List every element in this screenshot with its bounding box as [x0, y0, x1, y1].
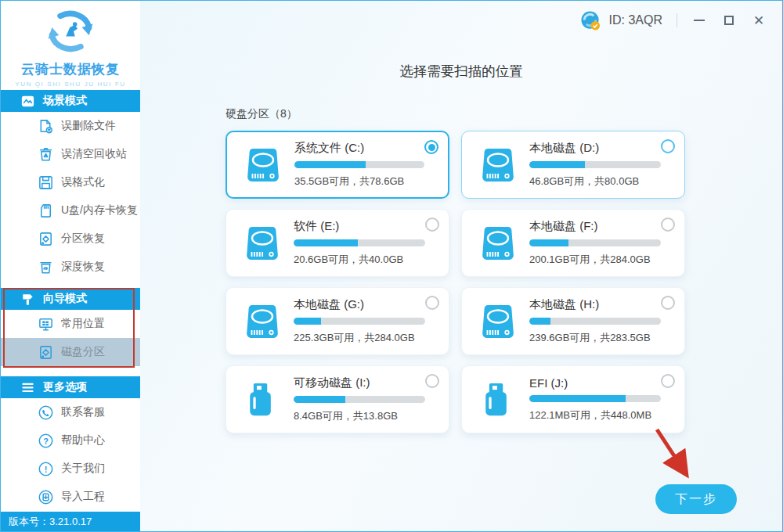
disk-usage-fill: [529, 395, 626, 402]
monitor-icon: [37, 315, 54, 332]
sidebar-item-label: 导入工程: [61, 490, 105, 504]
disk-radio-g[interactable]: [425, 296, 439, 310]
disk-card-g[interactable]: 本地磁盘 (G:)225.3GB可用，共284.0GB: [226, 287, 449, 355]
sidebar-item-label: 关于我们: [61, 462, 105, 476]
disk-usage-fill: [529, 239, 568, 246]
minimize-button[interactable]: [688, 9, 710, 31]
disk-info: 200.1GB可用，共284.0GB: [529, 253, 661, 267]
disk-card-body: 本地磁盘 (H:)239.6GB可用，共283.5GB: [529, 297, 673, 345]
sidebar-item-formatted[interactable]: 误格式化: [1, 168, 140, 196]
disk-usage-bar: [294, 396, 425, 403]
titlebar-divider: [677, 13, 677, 27]
disk-radio-j[interactable]: [661, 374, 675, 388]
sidebar-section-label: 更多选项: [43, 380, 87, 394]
disk-card-i[interactable]: 可移动磁盘 (I:)8.4GB可用，共13.8GB: [226, 365, 449, 433]
disk-card-e[interactable]: 软件 (E:)20.6GB可用，共40.0GB: [226, 209, 449, 277]
sidebar-item-contact-support[interactable]: 联系客服: [1, 398, 140, 426]
user-avatar-icon[interactable]: [580, 10, 601, 31]
titlebar: ID: 3AQR ✕: [140, 1, 782, 40]
sidebar-item-label: U盘/内存卡恢复: [61, 203, 138, 217]
disk-card-f[interactable]: 本地磁盘 (F:)200.1GB可用，共284.0GB: [461, 209, 685, 277]
partition-count-label: 硬盘分区（8）: [226, 107, 782, 121]
disk-name: 可移动磁盘 (I:): [294, 376, 425, 390]
recycle-bin-icon: [37, 146, 54, 163]
hdd-icon: [244, 224, 281, 263]
sidebar-item-import-project[interactable]: 导入工程: [1, 483, 140, 511]
disk-card-c[interactable]: 系统文件 (C:)35.5GB可用，共78.6GB: [226, 131, 449, 199]
disk-card-body: 软件 (E:)20.6GB可用，共40.0GB: [294, 219, 438, 267]
sidebar-item-deep-recovery[interactable]: 深度恢复: [1, 253, 140, 281]
disk-radio-d[interactable]: [661, 139, 675, 153]
sidebar-gap: [1, 366, 140, 376]
disk-name: EFI (J:): [529, 376, 661, 390]
disk-card-body: 系统文件 (C:)35.5GB可用，共78.6GB: [294, 141, 437, 189]
sidebar-item-common-locations[interactable]: 常用位置: [1, 310, 140, 338]
svg-text:?: ?: [43, 436, 49, 445]
sidebar-item-label: 分区恢复: [61, 232, 105, 246]
disk-radio-h[interactable]: [661, 296, 675, 310]
user-id-label: ID: 3AQR: [609, 13, 662, 27]
sidebar-section-label: 向导模式: [43, 292, 87, 306]
disk-radio-c[interactable]: [424, 140, 438, 154]
sidebar-item-about-us[interactable]: !关于我们: [1, 455, 140, 483]
disk-name: 软件 (E:): [294, 219, 425, 234]
disk-card-body: 本地磁盘 (F:)200.1GB可用，共284.0GB: [529, 219, 673, 267]
maximize-button[interactable]: [718, 9, 740, 31]
partition-icon: [37, 343, 54, 361]
sidebar-item-disk-partitions[interactable]: 磁盘分区: [1, 338, 140, 366]
sidebar-gap: [1, 281, 140, 288]
sidebar-section-scene[interactable]: 场景模式: [1, 90, 140, 112]
usb-icon: [244, 380, 281, 419]
about-icon: !: [37, 460, 54, 477]
hdd-icon: [244, 302, 281, 341]
disk-name: 系统文件 (C:): [294, 141, 424, 156]
sidebar-item-label: 误清空回收站: [61, 147, 127, 161]
disk-card-j[interactable]: EFI (J:)122.1MB可用，共448.0MB: [461, 365, 685, 433]
sidebar-item-label: 误删除文件: [61, 119, 116, 133]
menu-icon: [20, 379, 35, 395]
app-subtitle: YUN QI SHI SHU JU HUI FU: [15, 81, 126, 88]
disk-info: 35.5GB可用，共78.6GB: [294, 174, 424, 189]
sidebar-item-usb-sd-recovery[interactable]: U盘/内存卡恢复: [1, 196, 140, 225]
disk-grid: 系统文件 (C:)35.5GB可用，共78.6GB本地磁盘 (D:)46.8GB…: [226, 131, 782, 433]
sidebar-item-deleted-files[interactable]: 误删除文件: [1, 112, 140, 140]
disk-info: 239.6GB可用，共283.5GB: [529, 331, 661, 345]
sidebar-section-wizard[interactable]: 向导模式: [1, 288, 140, 310]
disk-name: 本地磁盘 (G:): [294, 297, 425, 312]
version-footer: 版本号：3.21.0.17: [1, 512, 140, 531]
sidebar-item-emptied-recycle[interactable]: 误清空回收站: [1, 140, 140, 168]
disk-info: 46.8GB可用，共80.0GB: [529, 174, 661, 189]
sidebar-item-help-center[interactable]: ?帮助中心: [1, 426, 140, 455]
disk-info: 8.4GB可用，共13.8GB: [294, 409, 425, 423]
disk-radio-i[interactable]: [425, 374, 439, 388]
app-logo-icon: [45, 7, 96, 59]
close-button[interactable]: ✕: [748, 9, 770, 31]
disk-card-h[interactable]: 本地磁盘 (H:)239.6GB可用，共283.5GB: [461, 287, 685, 355]
delete-file-icon: [37, 117, 54, 135]
deep-icon: [37, 258, 54, 275]
disk-usage-fill: [294, 396, 345, 403]
sidebar-section-more[interactable]: 更多选项: [1, 376, 140, 398]
import-icon: [37, 488, 54, 505]
logo-block: 云骑士数据恢复 YUN QI SHI SHU JU HUI FU: [1, 1, 140, 90]
sidebar-section-label: 场景模式: [43, 94, 87, 108]
sidebar-item-label: 常用位置: [61, 317, 105, 331]
phone-icon: [37, 404, 54, 421]
disk-card-body: EFI (J:)122.1MB可用，共448.0MB: [529, 376, 673, 422]
disk-info: 20.6GB可用，共40.0GB: [294, 253, 425, 267]
disk-card-d[interactable]: 本地磁盘 (D:)46.8GB可用，共80.0GB: [461, 131, 685, 199]
disk-radio-e[interactable]: [425, 217, 439, 232]
disk-name: 本地磁盘 (D:): [529, 141, 661, 156]
disk-radio-f[interactable]: [661, 217, 675, 232]
sidebar-item-label: 帮助中心: [61, 433, 105, 448]
sidebar: 云骑士数据恢复 YUN QI SHI SHU JU HUI FU 场景模式误删除…: [1, 1, 140, 531]
disk-usage-fill: [529, 318, 550, 325]
disk-usage-bar: [294, 161, 424, 168]
next-step-button[interactable]: 下一步: [655, 484, 737, 514]
sidebar-item-partition-recovery[interactable]: 分区恢复: [1, 225, 140, 253]
signpost-icon: [20, 291, 35, 307]
sidebar-item-label: 深度恢复: [61, 260, 105, 274]
scene-icon: [20, 93, 35, 109]
sdcard-icon: [37, 202, 54, 219]
hdd-icon: [479, 224, 517, 263]
